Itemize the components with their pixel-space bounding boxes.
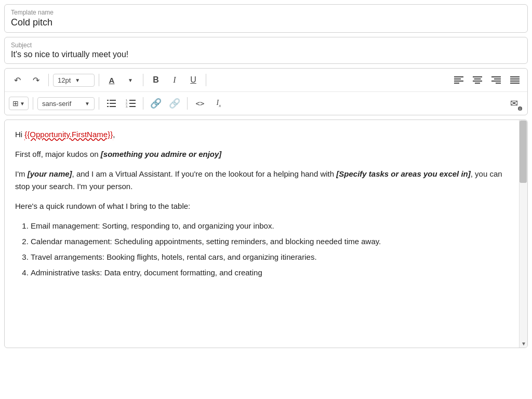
underline-button[interactable]: U [185, 72, 202, 88]
code-icon: <> [195, 99, 204, 108]
undo-button[interactable]: ↶ [9, 72, 25, 88]
justify-icon [510, 76, 520, 84]
chevron-down-icon: ▼ [128, 77, 133, 83]
svg-rect-18 [110, 106, 116, 107]
text-color-icon: A [109, 76, 115, 85]
list-item: Email management: Sorting, responding to… [31, 220, 512, 232]
align-right-icon [491, 76, 501, 84]
email-template-button[interactable]: ✉ 0 [504, 95, 523, 112]
editor-toolbar: ↶ ↷ 12pt ▼ A ▼ B I U [4, 68, 528, 115]
font-size-value: 12pt [58, 76, 71, 84]
svg-rect-11 [496, 83, 501, 84]
justify-button[interactable] [507, 72, 523, 88]
align-left-icon [454, 76, 463, 84]
subject-section: Subject It's so nice to virtually meet y… [4, 37, 528, 64]
toolbar-divider-2 [99, 74, 99, 86]
text-color-dropdown-button[interactable]: ▼ [122, 72, 139, 88]
toolbar-divider-1 [48, 74, 49, 86]
align-left-button[interactable] [450, 72, 467, 88]
editor-line1: First off, major kudos on [something you… [15, 148, 512, 161]
list-item: Calendar management: Scheduling appointm… [31, 235, 512, 248]
svg-rect-9 [494, 78, 501, 79]
list-item: Travel arrangements: Booking flights, ho… [31, 251, 512, 263]
link-icon: 🔗 [150, 98, 162, 109]
template-name-label: Template name [11, 9, 521, 16]
scrollbar-thumb[interactable] [520, 121, 527, 183]
svg-rect-16 [110, 100, 116, 101]
toolbar-right-area: ✉ 0 [504, 95, 523, 112]
svg-rect-10 [491, 81, 501, 82]
subject-value: It's so nice to virtually meet you! [11, 50, 521, 59]
svg-rect-8 [491, 76, 501, 77]
code-button[interactable]: <> [192, 95, 208, 112]
svg-rect-4 [473, 76, 482, 77]
clear-format-button[interactable]: Ix [210, 95, 227, 112]
svg-rect-15 [510, 83, 520, 84]
italic-icon: I [173, 75, 176, 85]
svg-rect-22 [129, 100, 136, 101]
ordered-list-button[interactable]: 1. 2. 3. [122, 95, 139, 112]
editor-content[interactable]: Hi {{Opportunity.FirstName}}, First off,… [5, 120, 527, 348]
font-family-value: sans-serif [42, 100, 71, 108]
template-name-section: Template name Cold pitch [4, 4, 528, 33]
svg-rect-20 [107, 103, 109, 104]
toolbar-divider-7 [143, 97, 143, 110]
scrollbar[interactable]: ▲ ▼ [519, 120, 527, 348]
text-color-button[interactable]: A [103, 72, 120, 88]
list-item: Administrative tasks: Data entry, docume… [31, 267, 512, 279]
subject-label: Subject [11, 42, 521, 49]
link-button[interactable]: 🔗 [148, 95, 164, 112]
svg-rect-0 [454, 76, 463, 77]
font-size-selector[interactable]: 12pt ▼ [53, 74, 95, 87]
svg-rect-1 [454, 78, 461, 79]
toolbar-row-1: ↶ ↷ 12pt ▼ A ▼ B I U [5, 69, 527, 92]
svg-rect-17 [110, 103, 116, 104]
toolbar-divider-6 [99, 97, 99, 110]
scroll-down-button[interactable]: ▼ [520, 339, 528, 348]
table-button[interactable]: ⊞ ▼ [9, 97, 29, 110]
align-right-button[interactable] [488, 72, 504, 88]
email-icon: ✉ [510, 98, 518, 109]
unordered-list-icon [107, 99, 117, 108]
unlink-button[interactable]: 🔗 [166, 95, 183, 112]
template-name-value: Cold pitch [11, 17, 521, 28]
editor-line3: Here's a quick rundown of what I bring t… [15, 200, 512, 212]
editor-area: Hi {{Opportunity.FirstName}}, First off,… [4, 119, 528, 348]
redo-button[interactable]: ↷ [28, 72, 44, 88]
clear-format-icon: Ix [217, 99, 221, 108]
toolbar-divider-5 [33, 97, 33, 110]
svg-rect-7 [475, 83, 480, 84]
italic-button[interactable]: I [166, 72, 183, 88]
svg-rect-5 [474, 78, 481, 79]
svg-rect-3 [454, 83, 459, 84]
underline-icon: U [190, 75, 196, 85]
svg-rect-12 [510, 76, 520, 77]
editor-greeting: Hi {{Opportunity.FirstName}}, [15, 128, 512, 141]
svg-rect-21 [107, 106, 109, 107]
svg-rect-6 [473, 81, 482, 82]
svg-rect-23 [129, 103, 136, 104]
font-family-chevron-down-icon: ▼ [85, 101, 90, 107]
bold-icon: B [153, 75, 159, 85]
table-icon: ⊞ [12, 99, 19, 108]
toolbar-divider-3 [143, 74, 143, 86]
toolbar-divider-4 [206, 74, 206, 86]
svg-rect-2 [454, 81, 463, 82]
toolbar-divider-8 [187, 97, 188, 110]
bold-button[interactable]: B [148, 72, 164, 88]
editor-list: Email management: Sorting, responding to… [31, 220, 512, 279]
ordered-list-icon: 1. 2. 3. [125, 99, 136, 108]
merge-tag-firstname: {{Opportunity.FirstName}} [24, 130, 113, 139]
svg-text:3.: 3. [126, 105, 128, 108]
unordered-list-button[interactable] [103, 95, 120, 112]
font-size-chevron-down-icon: ▼ [75, 77, 80, 83]
unlink-icon: 🔗 [169, 98, 180, 109]
svg-rect-24 [129, 106, 136, 107]
editor-line2: I'm [your name], and I am a Virtual Assi… [15, 168, 512, 193]
align-center-button[interactable] [469, 72, 486, 88]
font-family-selector[interactable]: sans-serif ▼ [37, 97, 95, 110]
align-center-icon [473, 76, 482, 84]
svg-rect-14 [510, 81, 520, 82]
svg-rect-19 [107, 100, 109, 101]
svg-rect-13 [510, 78, 520, 79]
